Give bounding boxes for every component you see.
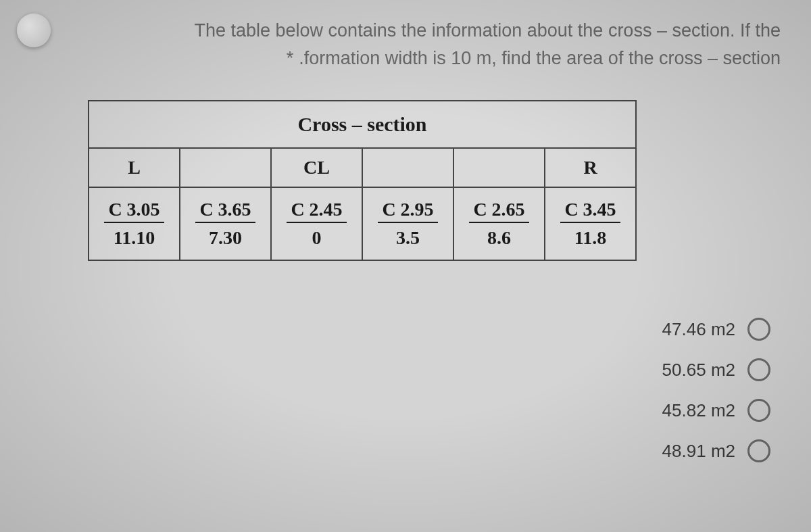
table-header-blank-3 [453,148,545,187]
table-cell-4: C 2.65 8.6 [453,187,545,260]
radio-icon[interactable] [747,399,770,422]
table-cell-2: C 2.45 0 [271,187,362,260]
question-line-2-text: .formation width is 10 m, find the area … [299,48,781,68]
required-asterisk: * [287,48,294,68]
option-1[interactable]: 50.65 m2 [662,358,770,381]
table-cell-5: C 3.45 11.8 [545,187,636,260]
answer-options: 47.46 m2 50.65 m2 45.82 m2 48.91 m2 [662,318,770,462]
question-line-2: *.formation width is 10 m, find the area… [108,45,781,72]
table-cell-1: C 3.65 7.30 [180,187,271,260]
cell-4-top: C 2.65 [469,199,529,223]
radio-icon[interactable] [747,318,770,341]
option-0[interactable]: 47.46 m2 [662,318,770,341]
table-header-l: L [89,148,180,187]
table-cell-0: C 3.05 11.10 [89,187,180,260]
option-2-label: 45.82 m2 [662,400,735,421]
table-header-r: R [545,148,636,187]
question-bullet [17,14,51,47]
table-header-cl: CL [271,148,362,187]
cell-4-bottom: 8.6 [487,226,511,249]
option-1-label: 50.65 m2 [662,360,735,381]
cell-5-bottom: 11.8 [574,226,606,249]
table-cell-3: C 2.95 3.5 [362,187,453,260]
cross-section-table-container: Cross – section L CL R C 3.05 11.10 C 3.… [88,100,637,261]
option-3[interactable]: 48.91 m2 [662,439,770,462]
cross-section-table: Cross – section L CL R C 3.05 11.10 C 3.… [88,100,637,261]
cell-2-bottom: 0 [312,226,322,249]
question-line-1: The table below contains the information… [108,17,781,45]
cell-1-bottom: 7.30 [209,226,242,249]
cell-3-top: C 2.95 [378,199,437,223]
cell-0-top: C 3.05 [104,199,164,223]
option-2[interactable]: 45.82 m2 [662,399,770,422]
cell-1-top: C 3.65 [195,199,255,223]
question-text: The table below contains the information… [108,17,781,72]
cell-3-bottom: 3.5 [396,226,420,249]
table-header-blank-2 [362,148,453,187]
table-title: Cross – section [89,101,636,148]
cell-2-top: C 2.45 [287,199,346,223]
cell-5-top: C 3.45 [560,199,620,223]
radio-icon[interactable] [747,358,770,381]
table-header-blank-1 [180,148,271,187]
radio-icon[interactable] [747,439,770,462]
option-0-label: 47.46 m2 [662,319,735,340]
option-3-label: 48.91 m2 [662,441,735,462]
cell-0-bottom: 11.10 [114,226,155,249]
